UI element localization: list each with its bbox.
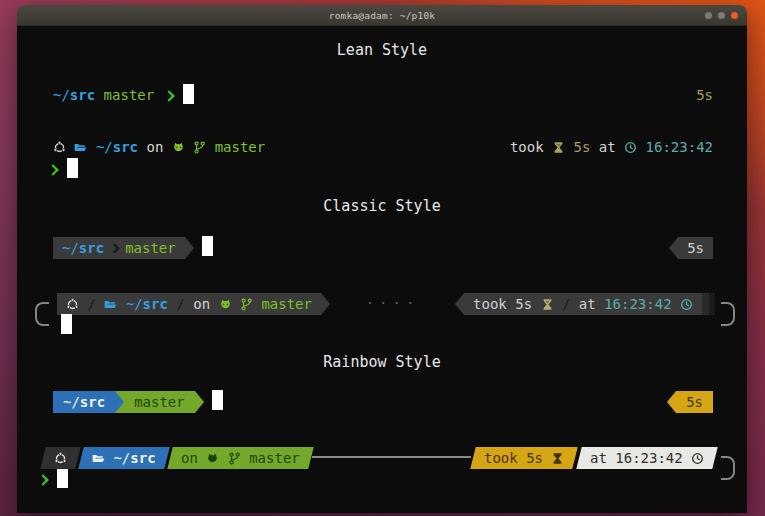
git-branch-icon bbox=[193, 137, 206, 150]
dir-prefix: ~/ bbox=[96, 139, 113, 155]
rainbow-duration-segment: took 5s bbox=[471, 447, 579, 469]
prompt-frame-left bbox=[35, 302, 49, 326]
open-folder-icon bbox=[74, 137, 87, 150]
classic-segment: 5s bbox=[678, 237, 713, 259]
rainbow-input-line bbox=[37, 468, 68, 490]
clock-icon bbox=[691, 448, 704, 461]
duration-badge: 5s bbox=[696, 87, 713, 103]
dir-name: src bbox=[143, 296, 168, 312]
dir-prefix: ~/ bbox=[126, 296, 143, 312]
segment-separator: / bbox=[562, 296, 570, 312]
at-label: at bbox=[579, 296, 596, 312]
lean-right-prompt: 5s bbox=[696, 84, 713, 106]
rainbow-left-prompt: ~/srcmaster bbox=[53, 390, 223, 413]
dir-prefix: ~/ bbox=[113, 450, 130, 466]
prompt-frame-right bbox=[721, 456, 735, 480]
git-branch: master bbox=[134, 394, 185, 410]
segment-separator: / bbox=[87, 296, 95, 312]
minimize-button[interactable] bbox=[705, 12, 712, 19]
powerline-arrow-icon bbox=[185, 237, 194, 259]
terminal-content[interactable]: Lean Style ~/src master 5s ~/src on bbox=[17, 26, 747, 513]
git-branch: master bbox=[249, 450, 300, 466]
git-branch: master bbox=[215, 139, 266, 155]
dir-name: src bbox=[113, 139, 138, 155]
duration-badge: 5s bbox=[686, 394, 703, 410]
took-label: took bbox=[473, 296, 507, 312]
rainbow-style-heading: Rainbow Style bbox=[25, 352, 739, 372]
duration-badge: 5s bbox=[574, 139, 591, 155]
rainbow-full-line1: ~/srcon master took 5s at 16:23:42 bbox=[35, 446, 735, 468]
lean-prompt-oneline: ~/src master 5s bbox=[53, 84, 713, 106]
segment-fade bbox=[702, 293, 709, 315]
block-cursor bbox=[61, 314, 72, 334]
octocat-icon bbox=[219, 294, 232, 307]
chevron-right-icon bbox=[37, 474, 48, 485]
dir-name: src bbox=[80, 394, 105, 410]
lean-input-line bbox=[47, 158, 78, 180]
rainbow-prompt-full: ~/srcon master took 5s at 16:23:42 bbox=[35, 446, 735, 490]
duration-badge: 5s bbox=[527, 450, 544, 466]
powerline-arrow-icon bbox=[667, 391, 676, 413]
octocat-icon bbox=[172, 137, 185, 150]
window-titlebar[interactable]: romka@adam: ~/p10k bbox=[17, 5, 747, 26]
os-logo-icon bbox=[53, 137, 66, 150]
rainbow-time-segment: at 16:23:42 bbox=[576, 447, 718, 469]
segment-fade bbox=[709, 293, 715, 315]
timestamp: 16:23:42 bbox=[615, 450, 682, 466]
git-branch: master bbox=[261, 296, 312, 312]
classic-input-line bbox=[61, 314, 72, 336]
block-cursor bbox=[212, 390, 223, 410]
lean-full-right: took 5s at 16:23:42 bbox=[510, 136, 713, 158]
rainbow-duration-segment: 5s bbox=[676, 391, 713, 413]
classic-full-line2 bbox=[35, 314, 735, 336]
hourglass-icon bbox=[541, 294, 554, 307]
powerline-arrow-icon bbox=[321, 293, 330, 315]
os-logo-icon bbox=[54, 448, 67, 461]
rainbow-git-segment: master bbox=[124, 391, 195, 413]
gap-connector-line bbox=[312, 456, 471, 458]
hourglass-icon bbox=[552, 448, 565, 461]
clock-icon bbox=[680, 294, 693, 307]
git-branch-icon bbox=[240, 294, 253, 307]
block-cursor bbox=[57, 468, 68, 488]
powerline-arrow-icon bbox=[115, 391, 124, 413]
classic-left-prompt: ~/srcmaster bbox=[53, 236, 213, 259]
segment-separator-icon bbox=[110, 243, 120, 253]
window-controls bbox=[705, 5, 738, 25]
dir-prefix: ~/ bbox=[53, 87, 70, 103]
block-cursor bbox=[183, 84, 194, 104]
block-cursor bbox=[202, 236, 213, 256]
close-button[interactable] bbox=[731, 12, 738, 19]
dir-name: src bbox=[70, 87, 95, 103]
at-label: at bbox=[590, 450, 607, 466]
chevron-right-icon bbox=[47, 164, 58, 175]
rainbow-full-line2 bbox=[35, 468, 735, 490]
segment-separator: / bbox=[176, 296, 184, 312]
chevron-right-icon bbox=[163, 90, 174, 101]
gap-filler: ···· bbox=[330, 292, 455, 314]
rainbow-full-left: ~/srcon master bbox=[43, 446, 310, 469]
duration-badge: 5s bbox=[515, 296, 532, 312]
lean-full-left: ~/src on master bbox=[53, 136, 265, 158]
powerline-arrow-icon bbox=[669, 237, 678, 259]
lean-prompt-full-line2 bbox=[47, 158, 713, 180]
lean-style-heading: Lean Style bbox=[25, 40, 739, 60]
on-label: on bbox=[181, 450, 198, 466]
dir-prefix: ~/ bbox=[62, 240, 79, 256]
maximize-button[interactable] bbox=[718, 12, 725, 19]
octocat-icon bbox=[206, 448, 219, 461]
took-label: took bbox=[510, 139, 544, 155]
rainbow-dir-segment: ~/src bbox=[53, 391, 115, 413]
dir-name: src bbox=[130, 450, 155, 466]
at-label: at bbox=[599, 139, 616, 155]
os-logo-icon bbox=[66, 294, 79, 307]
powerline-arrow-icon bbox=[455, 293, 464, 315]
rainbow-dir-segment: ~/src bbox=[78, 447, 169, 469]
window-title: romka@adam: ~/p10k bbox=[329, 10, 436, 21]
timestamp: 16:23:42 bbox=[604, 296, 671, 312]
rainbow-os-segment bbox=[40, 447, 80, 469]
classic-right-prompt: 5s bbox=[669, 236, 713, 259]
rainbow-full-right: took 5s at 16:23:42 bbox=[473, 446, 715, 469]
classic-segment: took 5s / at 16:23:42 bbox=[464, 293, 702, 315]
hourglass-icon bbox=[552, 137, 565, 150]
